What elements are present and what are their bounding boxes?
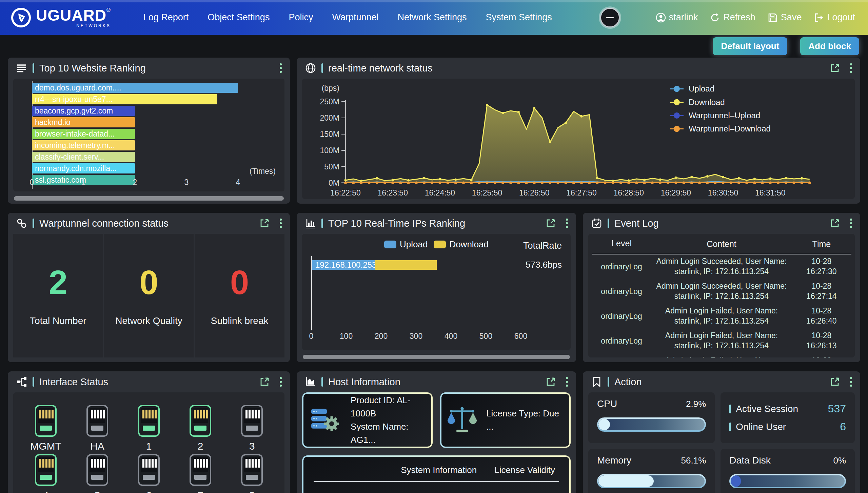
kebab-menu-icon[interactable] <box>566 219 568 228</box>
port-active-icon <box>138 405 160 437</box>
kebab-menu-icon[interactable] <box>566 377 568 387</box>
external-link-icon[interactable] <box>546 377 556 387</box>
nav-item-system-settings[interactable]: System Settings <box>486 12 552 23</box>
area-chart-icon <box>305 376 316 388</box>
nav-item-log-report[interactable]: Log Report <box>143 12 189 23</box>
default-layout-button[interactable]: Default layout <box>713 37 787 55</box>
ranking-bar-row: incoming.telemetry.m... <box>32 140 281 150</box>
legend-item-warptunnel-upload[interactable]: Warptunnel–Upload <box>670 111 760 120</box>
host-card-text: Product ID: AL-1000BSystem Name: AG1... <box>351 394 426 447</box>
svg-text:Warptunnel–Download: Warptunnel–Download <box>689 124 771 133</box>
horizontal-scrollbar[interactable] <box>303 355 570 359</box>
port-label: 3 <box>249 440 255 452</box>
x-tick-label: 500 <box>479 332 492 341</box>
kebab-menu-icon[interactable] <box>280 377 282 387</box>
table-row: ordinaryLogAdmin Login Failed, User Name… <box>592 304 851 329</box>
warptunnel-stat-0: 2Total Number <box>13 234 103 357</box>
legend-item-download[interactable]: Download <box>434 239 489 250</box>
x-tick-label: 1 <box>81 178 86 187</box>
action-body: CPU2.9% Active Session537Online User6 Me… <box>588 392 855 493</box>
stat-label: Network Quality <box>115 315 182 326</box>
list-icon <box>16 62 27 74</box>
panel-title: TOP 10 Real-Time IPs Ranking <box>328 218 546 229</box>
svg-text:16:27:50: 16:27:50 <box>566 188 596 197</box>
ranking-bar-row: rr4---sn-ipoxu-un5e7... <box>32 94 281 104</box>
brand-logo[interactable]: UGUARD® NETWORKS <box>10 7 111 28</box>
log-content: Admin Login Succeeded, User Name: starli… <box>651 281 792 302</box>
kebab-menu-icon[interactable] <box>850 377 852 387</box>
session-label: Active Session <box>736 404 798 414</box>
bookmark-icon <box>591 376 603 388</box>
legend-swatch <box>434 241 446 248</box>
session-card: Active Session537Online User6 <box>721 392 855 443</box>
panel-title: Host Information <box>328 376 546 388</box>
external-link-icon[interactable] <box>259 218 270 228</box>
interface-port-7: 7 <box>189 454 212 493</box>
legend-label: Upload <box>400 239 428 250</box>
nav-item-policy[interactable]: Policy <box>289 12 313 23</box>
column-header-content: Content <box>651 239 792 250</box>
port-label: 7 <box>198 490 203 493</box>
port-inactive-icon <box>86 454 108 486</box>
svg-text:Warptunnel–Upload: Warptunnel–Upload <box>689 111 760 120</box>
refresh-button[interactable]: Refresh <box>710 12 755 23</box>
collapse-toggle-button[interactable] <box>600 8 620 27</box>
data-disk-gauge: Data Disk0% <box>721 449 855 493</box>
nav-item-warptunnel[interactable]: Warptunnel <box>332 12 378 23</box>
top-navbar: UGUARD® NETWORKS Log ReportObject Settin… <box>0 0 868 35</box>
tab-license-validity[interactable]: License Validity <box>494 465 555 475</box>
legend-item-upload[interactable]: Upload <box>670 84 714 93</box>
network-nodes-icon <box>16 376 27 388</box>
ranking-bar-label: beacons.gcp.gvt2.com <box>35 106 113 116</box>
port-label: 2 <box>198 440 203 452</box>
kebab-menu-icon[interactable] <box>280 219 282 228</box>
warptunnel-stats: 2Total Number0Network Quality0Sublink br… <box>13 234 284 357</box>
interface-port-mgmt: MGMT <box>30 405 61 454</box>
log-content: Admin Login Failed, User Name: starlink,… <box>651 355 792 357</box>
kebab-menu-icon[interactable] <box>850 219 852 228</box>
external-link-icon[interactable] <box>259 377 270 387</box>
add-block-button[interactable]: Add block <box>800 37 859 55</box>
user-menu[interactable]: starlink <box>656 12 698 23</box>
interface-port-8: 8 <box>241 454 263 493</box>
legend-item-download[interactable]: Download <box>670 98 725 107</box>
horizontal-scrollbar[interactable] <box>14 196 284 201</box>
save-button[interactable]: Save <box>768 12 802 23</box>
external-link-icon[interactable] <box>830 218 840 228</box>
legend-item-upload[interactable]: Upload <box>384 239 428 250</box>
x-tick-label: 0 <box>30 178 34 187</box>
total-rate-value: 573.6bps <box>526 260 562 270</box>
panel-host-information: Host Information <box>297 371 576 493</box>
svg-text:16:29:50: 16:29:50 <box>661 188 691 197</box>
panel-network-status: real-time network status 0M50M100M150M20… <box>297 58 860 204</box>
interface-port-2: 2 <box>189 405 212 454</box>
svg-text:16:24:50: 16:24:50 <box>425 188 455 197</box>
network-status-chart: 0M50M100M150M200M250M(bps)16:22:5016:23:… <box>302 79 855 199</box>
memory-gauge: Memory56.1% <box>588 449 715 493</box>
logout-button[interactable]: Logout <box>814 12 855 23</box>
tab-system-information[interactable]: System Information <box>401 465 477 475</box>
port-inactive-icon <box>189 454 212 486</box>
table-row: ordinaryLogAdmin Login Succeeded, User N… <box>592 279 851 304</box>
kebab-menu-icon[interactable] <box>850 63 852 73</box>
nav-item-object-settings[interactable]: Object Settings <box>208 12 270 23</box>
external-link-icon[interactable] <box>830 377 840 387</box>
panel-ips-ranking: TOP 10 Real-Time IPs Ranking UploadDownl… <box>297 213 576 362</box>
legend-label: Download <box>449 239 489 250</box>
stat-value: 2 <box>49 265 68 299</box>
server-gear-icon <box>309 405 342 436</box>
svg-text:(bps): (bps) <box>322 84 339 93</box>
ranking-bar-label: rr4---sn-ipoxu-un5e7... <box>35 95 113 104</box>
external-link-icon[interactable] <box>546 218 556 228</box>
port-label: HA <box>90 440 104 452</box>
kebab-menu-icon[interactable] <box>280 63 282 73</box>
port-inactive-icon <box>241 405 263 437</box>
svg-text:16:22:50: 16:22:50 <box>330 188 360 197</box>
external-link-icon[interactable] <box>830 63 840 73</box>
axis-unit-label: (Times) <box>250 167 276 176</box>
nav-item-network-settings[interactable]: Network Settings <box>397 12 467 23</box>
port-label: 4 <box>43 490 49 493</box>
ips-ranking-chart: UploadDownload TotalRate 192.168.100.253… <box>302 234 571 350</box>
legend-item-warptunnel-download[interactable]: Warptunnel–Download <box>670 124 771 133</box>
title-accent-bar <box>33 377 34 387</box>
